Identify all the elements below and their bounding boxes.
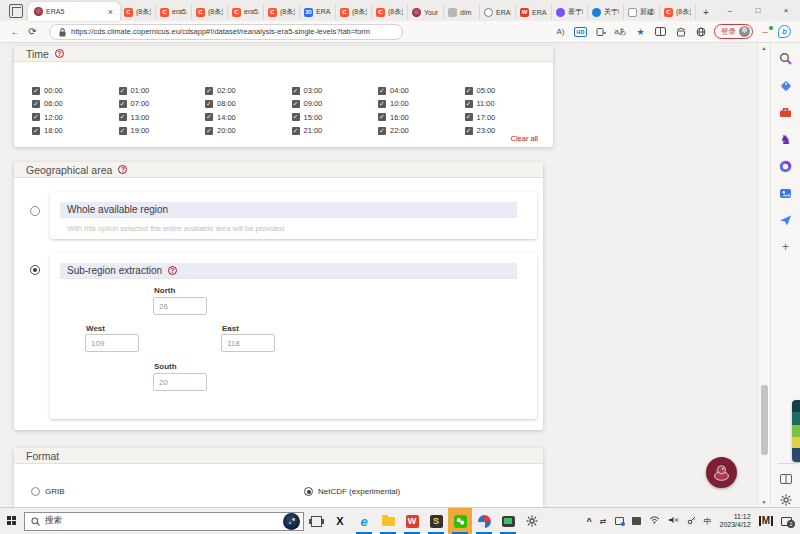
sidebar-settings-icon[interactable]	[780, 492, 792, 510]
north-field[interactable]	[153, 297, 207, 315]
checkbox-checked-icon[interactable]: ✓	[378, 113, 386, 121]
time-checkbox-item[interactable]: ✓09:00	[292, 97, 379, 110]
format-netcdf-option[interactable]: NetCDF (experimental)	[304, 487, 400, 496]
time-checkbox-item[interactable]: ✓05:00	[465, 84, 552, 97]
tab-actions-icon[interactable]	[9, 4, 23, 18]
whole-region-radio[interactable]	[30, 206, 40, 216]
new-tab-button[interactable]: +	[698, 7, 714, 18]
browser-tab[interactable]: 3DERA5数	[300, 4, 336, 20]
sub-region-radio[interactable]	[30, 265, 40, 275]
search-highlight-image[interactable]	[283, 513, 300, 530]
checkbox-checked-icon[interactable]: ✓	[292, 127, 300, 135]
help-icon[interactable]: ?	[55, 49, 64, 58]
maximize-button[interactable]: □	[744, 0, 772, 21]
radio-selected-icon[interactable]	[304, 487, 313, 496]
checkbox-checked-icon[interactable]: ✓	[205, 100, 213, 108]
duck-widget-badge[interactable]	[706, 457, 737, 488]
browser-tab[interactable]: 基于E	[552, 4, 588, 20]
checkbox-checked-icon[interactable]: ✓	[119, 100, 127, 108]
taskbar-app-wechat[interactable]	[448, 508, 472, 534]
format-grib-option[interactable]: GRIB	[31, 487, 65, 496]
taskbar-app-explorer[interactable]	[376, 508, 400, 534]
browser-tab[interactable]: 关于E	[588, 4, 624, 20]
sidebar-image-icon[interactable]	[779, 186, 793, 200]
browser-tab[interactable]: C(8条消	[192, 4, 228, 20]
sidebar-toolbox-icon[interactable]	[779, 105, 793, 119]
address-bar[interactable]: https://cds.climate.copernicus.eu/cdsapp…	[49, 24, 403, 40]
browser-tab[interactable]: C(8条消	[660, 4, 696, 20]
browser-tab[interactable]: 新建标	[624, 4, 660, 20]
time-checkbox-item[interactable]: ✓20:00	[205, 124, 292, 137]
time-checkbox-item[interactable]: ✓22:00	[378, 124, 465, 137]
clear-all-link[interactable]: Clear all	[510, 134, 538, 143]
taskbar-app-edge[interactable]: e	[352, 508, 376, 534]
hd-icon[interactable]: HD	[572, 24, 589, 40]
checkbox-checked-icon[interactable]: ✓	[378, 87, 386, 95]
read-aloud-icon[interactable]: A)	[552, 24, 569, 40]
tab-active-era5[interactable]: ERA5 ×	[28, 2, 120, 21]
collections-icon[interactable]	[672, 24, 689, 40]
wifi-icon[interactable]	[649, 516, 660, 526]
settings-more-icon[interactable]: ···	[756, 24, 773, 40]
sidebar-app-handle[interactable]	[792, 400, 800, 462]
checkbox-checked-icon[interactable]: ✓	[32, 113, 40, 121]
browser-tab[interactable]: C(8条消	[120, 4, 156, 20]
browser-tab[interactable]: Cera5单	[228, 4, 264, 20]
browser-tab[interactable]: WERA5:	[516, 4, 552, 20]
time-checkbox-item[interactable]: ✓19:00	[119, 124, 206, 137]
translate-icon[interactable]: aあ	[612, 24, 629, 40]
browser-tab[interactable]: C(8条消	[264, 4, 300, 20]
tray-app-icon[interactable]	[632, 517, 641, 525]
checkbox-checked-icon[interactable]: ✓	[465, 87, 473, 95]
browser-tab[interactable]: dim_s	[444, 4, 480, 20]
checkbox-checked-icon[interactable]: ✓	[465, 113, 473, 121]
ime-mode-icon[interactable]: M	[759, 516, 773, 526]
sidebar-search-icon[interactable]	[779, 51, 793, 65]
volume-muted-icon[interactable]	[668, 516, 679, 526]
time-checkbox-item[interactable]: ✓12:00	[32, 111, 119, 124]
taskbar-clock[interactable]: 11:12 2023/4/12	[720, 513, 751, 529]
taskbar-app-s[interactable]: S	[424, 508, 448, 534]
checkbox-checked-icon[interactable]: ✓	[292, 113, 300, 121]
time-checkbox-item[interactable]: ✓02:00	[205, 84, 292, 97]
checkbox-checked-icon[interactable]: ✓	[119, 127, 127, 135]
close-button[interactable]: ×	[772, 0, 800, 21]
east-field[interactable]	[221, 334, 275, 352]
sub-region-option-card[interactable]: Sub-region extraction ? North West East …	[50, 253, 537, 419]
checkbox-checked-icon[interactable]: ✓	[205, 113, 213, 121]
refresh-button[interactable]: ⟳	[24, 26, 41, 37]
scroll-up-icon[interactable]: ▲	[758, 45, 770, 51]
task-view-button[interactable]	[304, 508, 328, 534]
bing-chat-icon[interactable]: b	[776, 24, 793, 40]
checkbox-checked-icon[interactable]: ✓	[119, 113, 127, 121]
sign-in-button[interactable]: 登录	[714, 24, 753, 39]
split-screen-icon[interactable]	[652, 24, 669, 40]
checkbox-checked-icon[interactable]: ✓	[292, 87, 300, 95]
browser-tab[interactable]: Your r	[408, 4, 444, 20]
time-checkbox-item[interactable]: ✓23:00	[465, 124, 552, 137]
taskbar-app-x[interactable]: X	[328, 508, 352, 534]
hidden-icons-chevron[interactable]: ^	[587, 516, 592, 526]
west-field[interactable]	[85, 334, 139, 352]
minimize-button[interactable]: –	[716, 0, 744, 21]
time-checkbox-item[interactable]: ✓08:00	[205, 97, 292, 110]
south-field[interactable]	[153, 373, 207, 391]
time-checkbox-item[interactable]: ✓03:00	[292, 84, 379, 97]
time-checkbox-item[interactable]: ✓18:00	[32, 124, 119, 137]
time-checkbox-item[interactable]: ✓16:00	[378, 111, 465, 124]
time-checkbox-item[interactable]: ✓21:00	[292, 124, 379, 137]
sidebar-add-icon[interactable]: +	[779, 240, 793, 254]
favorite-star-icon[interactable]: ★	[632, 24, 649, 40]
help-icon[interactable]: ?	[118, 165, 127, 174]
browser-tab[interactable]: ERA5:	[480, 4, 516, 20]
tray-window-icon[interactable]	[615, 517, 624, 525]
taskbar-app-pinwheel[interactable]	[472, 508, 496, 534]
checkbox-checked-icon[interactable]: ✓	[205, 87, 213, 95]
url-text[interactable]: https://cds.climate.copernicus.eu/cdsapp…	[71, 27, 370, 36]
link-key-icon[interactable]	[687, 516, 696, 527]
taskbar-app-wps[interactable]: W	[400, 508, 424, 534]
checkbox-checked-icon[interactable]: ✓	[32, 127, 40, 135]
help-icon[interactable]: ?	[168, 266, 177, 275]
time-checkbox-item[interactable]: ✓11:00	[465, 97, 552, 110]
time-checkbox-item[interactable]: ✓01:00	[119, 84, 206, 97]
